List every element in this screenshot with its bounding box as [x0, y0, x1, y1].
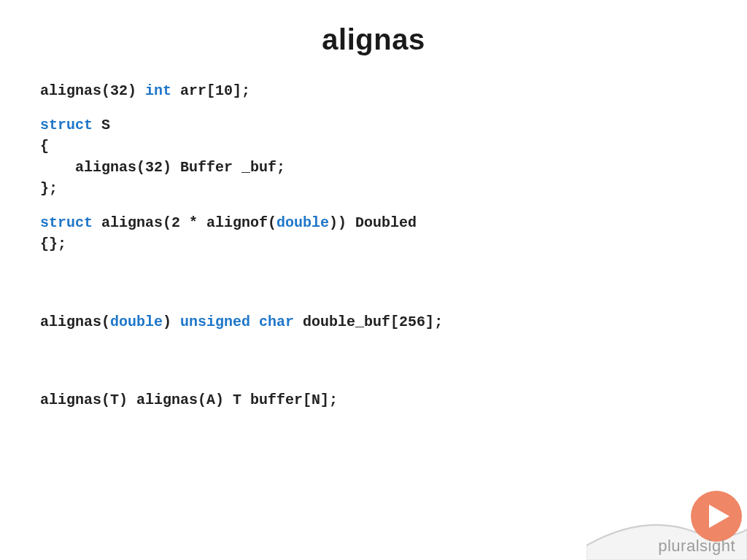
code-keyword: char — [259, 314, 294, 330]
code-text: alignas(2 * alignof( — [93, 214, 276, 231]
code-block-2: struct S { alignas(32) Buffer _buf; }; — [40, 114, 707, 199]
code-text: )) Doubled — [329, 214, 417, 231]
code-keyword: unsigned — [180, 314, 250, 330]
slide: alignas alignas(32) int arr[10]; struct … — [0, 0, 747, 560]
code-text: { — [40, 138, 49, 155]
code-text: ) — [163, 314, 180, 330]
brand-name: pluralsight — [658, 537, 735, 556]
code-area: alignas(32) int arr[10]; struct S { alig… — [40, 80, 707, 424]
code-keyword: int — [145, 82, 171, 99]
code-text: alignas(32) Buffer _buf; — [40, 159, 285, 176]
code-text: alignas(32) — [40, 82, 145, 99]
code-block-1: alignas(32) int arr[10]; — [40, 80, 707, 101]
code-text: S — [93, 117, 110, 133]
code-text: double_buf[256]; — [294, 314, 443, 330]
brand-logo: pluralsight — [587, 472, 747, 560]
code-keyword: double — [110, 314, 163, 330]
code-text: alignas( — [40, 314, 110, 330]
code-block-3: struct alignas(2 * alignof(double)) Doub… — [40, 212, 707, 254]
svg-point-0 — [691, 491, 742, 542]
slide-title: alignas — [0, 0, 747, 56]
code-text: arr[10]; — [171, 82, 250, 99]
code-text: {}; — [40, 236, 66, 252]
code-block-4: alignas(double) unsigned char double_buf… — [40, 311, 707, 332]
code-keyword: struct — [40, 214, 93, 231]
code-keyword: double — [276, 214, 329, 231]
code-text: alignas(T) alignas(A) T buffer[N]; — [40, 392, 338, 408]
code-text — [250, 314, 259, 330]
code-text: }; — [40, 180, 58, 197]
svg-point-1 — [691, 491, 742, 542]
code-keyword: struct — [40, 117, 93, 133]
code-block-5: alignas(T) alignas(A) T buffer[N]; — [40, 389, 707, 411]
